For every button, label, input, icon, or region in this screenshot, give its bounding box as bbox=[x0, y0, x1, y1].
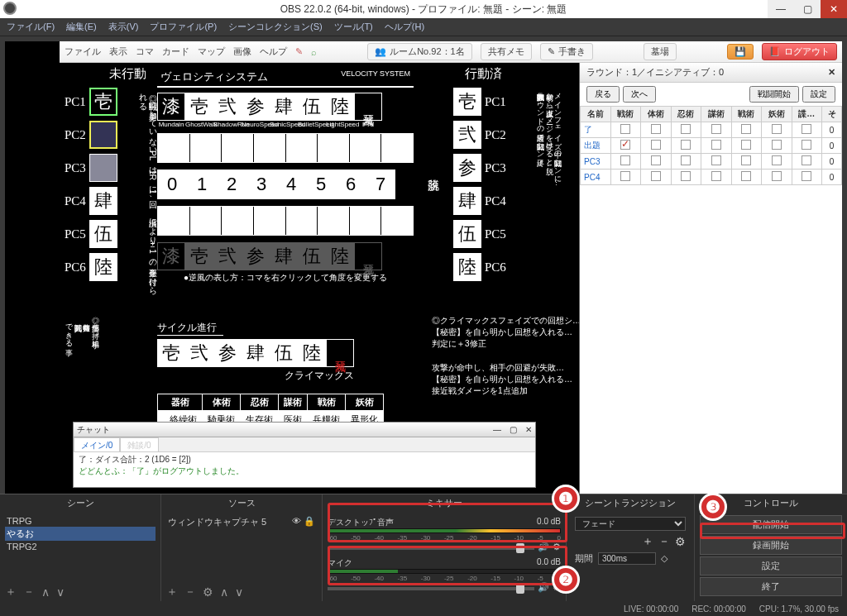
settings-button[interactable]: 設定 bbox=[802, 86, 835, 103]
scene-item[interactable]: TRPG bbox=[5, 515, 156, 527]
right-header: 行動済 bbox=[465, 66, 502, 82]
menu-scenecollection[interactable]: シーンコレクション(S) bbox=[228, 21, 323, 33]
menu-file[interactable]: ファイル(F) bbox=[7, 21, 55, 33]
source-up-icon[interactable]: ∧ bbox=[220, 585, 228, 599]
menu-view[interactable]: 表示(V) bbox=[108, 21, 139, 33]
remove-scene-icon[interactable]: － bbox=[23, 585, 35, 599]
scene-up-icon[interactable]: ∧ bbox=[41, 585, 50, 599]
mixer-pane: ミキサー デスクトッﾌﾟ音声0.0 dB -60-50-40-35-30-25-… bbox=[323, 494, 567, 601]
obs-preview: ファイル 表示 コマ カード マップ 画像 ヘルプ ✎ ⌕ 👥 ルームNo.92… bbox=[5, 41, 842, 496]
chat-close-icon[interactable]: — ▢ ✕ bbox=[493, 424, 532, 436]
live-time: LIVE: 00:00:00 bbox=[624, 604, 678, 614]
duration-input[interactable] bbox=[598, 552, 656, 565]
num-5: 5 bbox=[306, 170, 336, 199]
trpg-menu-map[interactable]: マップ bbox=[198, 45, 225, 58]
speed-death: 死滅 bbox=[354, 93, 382, 121]
trpg-menu-file[interactable]: ファイル bbox=[65, 45, 101, 58]
remove-transition-icon[interactable]: － bbox=[658, 534, 670, 549]
pc3-token[interactable] bbox=[89, 154, 117, 182]
save-button[interactable]: 💾 bbox=[727, 44, 754, 60]
rec-time: REC: 00:00:00 bbox=[691, 604, 746, 614]
num-1: 1 bbox=[187, 170, 217, 199]
trpg-menu-piece[interactable]: コマ bbox=[136, 45, 154, 58]
num-3: 3 bbox=[246, 170, 276, 199]
minimize-button[interactable]: — bbox=[768, 0, 794, 18]
chat-window[interactable]: チャット— ▢ ✕ メイン/0 雑談/0 了：ダイス合計：2 (1D6 = [2… bbox=[73, 422, 536, 488]
share-memo-button[interactable]: 共有メモ bbox=[481, 43, 532, 60]
menu-help[interactable]: ヘルプ(H) bbox=[385, 21, 424, 33]
add-source-icon[interactable]: ＋ bbox=[166, 585, 178, 599]
source-config-icon[interactable]: ⚙ bbox=[203, 585, 213, 599]
speaker-icon[interactable]: 🔊 bbox=[538, 582, 549, 593]
panel-close-icon[interactable]: ✕ bbox=[828, 67, 835, 78]
trpg-menu-help[interactable]: ヘルプ bbox=[260, 45, 287, 58]
chat-tab-main[interactable]: メイン/0 bbox=[74, 437, 120, 451]
add-transition-icon[interactable]: ＋ bbox=[642, 534, 653, 549]
status-bar: LIVE: 00:00:00 REC: 00:00:00 CPU: 1.7%, … bbox=[0, 601, 847, 616]
menu-tools[interactable]: ツール(T) bbox=[334, 21, 373, 33]
pencil-icon[interactable]: ✎ bbox=[295, 46, 303, 57]
desktop-volume-slider[interactable] bbox=[328, 547, 534, 550]
handwrite-button[interactable]: ✎ 手書き bbox=[540, 43, 593, 60]
battle-start-button[interactable]: 戦闘開始 bbox=[749, 86, 799, 103]
mic-track: マイク0.0 dB -60-50-40-35-30-25-20-15-10-50… bbox=[328, 557, 561, 593]
obs-settings-button[interactable]: 設定 bbox=[700, 556, 842, 575]
chat-tab-chat[interactable]: 雑談/0 bbox=[120, 437, 158, 451]
obs-menubar: ファイル(F) 編集(E) 表示(V) プロファイル(P) シーンコレクション(… bbox=[0, 18, 847, 36]
next-button[interactable]: 次へ bbox=[623, 86, 656, 103]
scene-item[interactable]: やるお bbox=[5, 527, 156, 541]
num-0: 0 bbox=[157, 170, 187, 199]
scenes-pane: シーン TRPG やるお TRPG2 ＋－∧∨ bbox=[0, 494, 161, 601]
num-2: 2 bbox=[217, 170, 246, 199]
obs-logo-icon bbox=[3, 2, 17, 15]
magnifier-icon[interactable]: ⌕ bbox=[311, 47, 317, 57]
menu-edit[interactable]: 編集(E) bbox=[66, 21, 97, 33]
gear-icon[interactable]: ⚙ bbox=[553, 542, 561, 552]
init-row: PC40 bbox=[581, 170, 842, 185]
exit-button[interactable]: 終了 bbox=[700, 577, 842, 596]
scene-item[interactable]: TRPG2 bbox=[5, 541, 156, 552]
trpg-menu-image[interactable]: 画像 bbox=[233, 45, 251, 58]
trpg-menu-card[interactable]: カード bbox=[162, 45, 189, 58]
remove-source-icon[interactable]: － bbox=[184, 585, 196, 599]
speed-0: 漆 bbox=[157, 93, 185, 121]
logout-button[interactable]: 📕 ログアウト bbox=[762, 43, 837, 60]
pc1-token[interactable]: 壱 bbox=[89, 88, 117, 116]
menu-profile[interactable]: プロファイル(P) bbox=[150, 21, 217, 33]
pc4-token[interactable]: 肆 bbox=[89, 187, 117, 215]
add-scene-icon[interactable]: ＋ bbox=[5, 585, 17, 599]
source-item[interactable]: ウィンドウキャプチャ 5👁 🔒 bbox=[166, 515, 317, 529]
right-note2: 攻撃が命中し、相手の回避が失敗… 【秘密】を自ら明かし回想を入れる… 接近戦ダメ… bbox=[432, 362, 579, 397]
num-6: 6 bbox=[336, 170, 366, 199]
tomb-button[interactable]: 墓場 bbox=[644, 43, 677, 60]
start-record-button[interactable]: 録画開始 bbox=[700, 536, 842, 555]
pc2-token[interactable] bbox=[89, 121, 117, 149]
pc1-label: PC1 bbox=[65, 95, 86, 109]
speed-1: 壱 bbox=[185, 93, 213, 121]
transition-select[interactable]: フェード bbox=[575, 517, 686, 531]
trpg-menu-view[interactable]: 表示 bbox=[109, 45, 127, 58]
annotation-2: ❷ bbox=[552, 566, 580, 594]
pc3-label: PC3 bbox=[65, 161, 86, 175]
stepper-icon[interactable]: ◇ bbox=[661, 553, 668, 564]
room-button[interactable]: 👥 ルームNo.92：1名 bbox=[367, 43, 471, 60]
pc6-token[interactable]: 陸 bbox=[89, 253, 117, 281]
pc2-label: PC2 bbox=[65, 128, 86, 142]
trpg-toolbar: ファイル 表示 コマ カード マップ 画像 ヘルプ ✎ ⌕ 👥 ルームNo.92… bbox=[60, 41, 842, 63]
pc5-token[interactable]: 伍 bbox=[89, 220, 117, 248]
mic-volume-slider[interactable] bbox=[328, 587, 534, 590]
source-down-icon[interactable]: ∨ bbox=[235, 585, 243, 599]
eye-icon[interactable]: 👁 bbox=[292, 516, 301, 526]
lock-icon[interactable]: 🔒 bbox=[304, 516, 315, 526]
scene-down-icon[interactable]: ∨ bbox=[56, 585, 65, 599]
close-button[interactable]: ✕ bbox=[821, 0, 847, 18]
speed-6: 陸 bbox=[326, 93, 354, 121]
back-button[interactable]: 戻る bbox=[586, 86, 620, 103]
speaker-icon[interactable]: 🔊 bbox=[538, 542, 549, 552]
cycle-label: サイクル進行 bbox=[157, 321, 223, 336]
annotation-3: ❸ bbox=[699, 493, 727, 521]
velocity-title: ヴェロシティシステムVELOCITY SYSTEM bbox=[157, 68, 414, 88]
transition-config-icon[interactable]: ⚙ bbox=[675, 535, 686, 548]
maximize-button[interactable]: ▢ bbox=[794, 0, 821, 18]
init-row: PC30 bbox=[581, 154, 842, 170]
